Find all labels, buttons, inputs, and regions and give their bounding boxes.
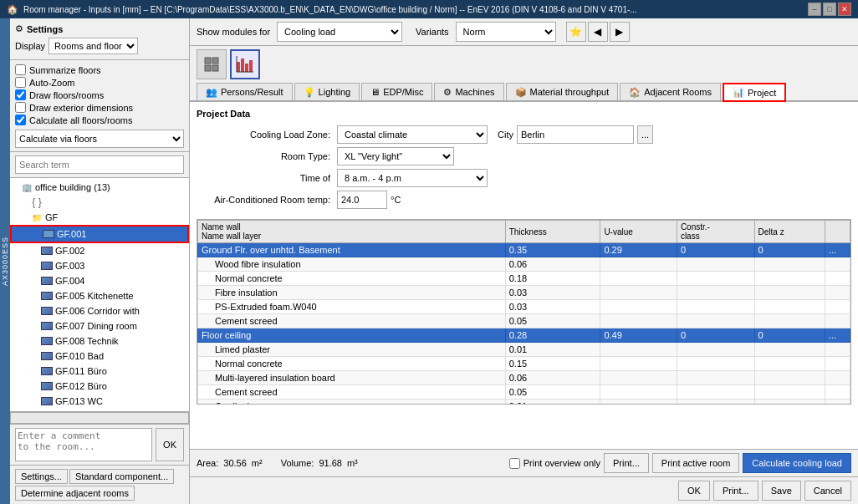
tab-material[interactable]: 📦 Material throughput [506, 83, 619, 100]
panel-title: Project Data [197, 109, 851, 119]
table-row[interactable]: Cement screed 0.05 [198, 385, 850, 400]
tree-gf-folder[interactable]: 📁 GF [10, 210, 189, 225]
table-row[interactable]: Normal concrete 0.18 [198, 272, 850, 286]
table-row[interactable]: Cement screed 0.05 [198, 314, 850, 328]
cell-action[interactable] [825, 385, 850, 400]
table-row[interactable]: Cardinoleum 0.01 [198, 400, 850, 405]
table-row[interactable]: Normal concrete 0.15 [198, 357, 850, 371]
print-overview-checkbox[interactable] [509, 458, 520, 469]
module-dropdown[interactable]: Cooling load Heating load Ventilation [277, 22, 402, 42]
cell-class [677, 400, 754, 405]
tree-gf004[interactable]: GF.004 [10, 273, 189, 288]
restore-button[interactable]: □ [823, 3, 836, 16]
cell-action[interactable] [825, 371, 850, 385]
cell-action[interactable] [825, 286, 850, 300]
tree-gf007[interactable]: GF.007 Dining room [10, 318, 189, 333]
time-dropdown[interactable]: 8 a.m. - 4 p.m 8 a.m. - 6 p.m 9 a.m. - 5… [337, 169, 488, 187]
cell-action[interactable] [825, 400, 850, 405]
variants-dropdown[interactable]: Norm Custom [456, 22, 556, 42]
cell-action[interactable] [825, 314, 850, 328]
settings-button[interactable]: Settings... [15, 469, 68, 484]
tab-edp[interactable]: 🖥 EDP/Misc [361, 83, 432, 100]
tree-bracket[interactable]: { } [10, 195, 189, 210]
title-bar-controls[interactable]: – □ ✕ [808, 3, 851, 16]
tree-gf011[interactable]: GF.011 Büro [10, 364, 189, 379]
table-row[interactable]: Fibre insulation 0.03 [198, 286, 850, 300]
back-button[interactable]: ◀ [588, 22, 608, 42]
forward-button[interactable]: ▶ [610, 22, 630, 42]
tree-area[interactable]: 🏢 office building (13) { } 📁 GF GF.001 G… [10, 178, 189, 412]
display-dropdown[interactable]: Rooms and floor All rooms Floor only [49, 38, 138, 54]
tree-gf008[interactable]: GF.008 Technik [10, 333, 189, 349]
grid-module-icon[interactable] [197, 49, 227, 79]
cell-name: Floor ceiling [198, 328, 506, 343]
tree-gf003[interactable]: GF.003 [10, 258, 189, 273]
aircon-temp-input[interactable] [337, 191, 387, 209]
print-button-2[interactable]: Print... [713, 481, 758, 501]
sidebar-options: Summarize floors Auto-Zoom Draw floors/r… [10, 60, 189, 152]
table-scroll[interactable]: Name wallName wall layer Thickness U-val… [197, 220, 850, 404]
cell-action[interactable] [825, 300, 850, 314]
tab-project[interactable]: 📊 Project [723, 83, 786, 102]
chart-module-icon[interactable] [230, 49, 260, 79]
checkbox-autozoom: Auto-Zoom [15, 76, 184, 89]
tab-lighting[interactable]: 💡 Lighting [294, 83, 360, 100]
calculate-cooling-load-button[interactable]: Calculate cooling load [743, 453, 851, 473]
tree-gf006[interactable]: GF.006 Corridor with [10, 303, 189, 318]
cell-thickness: 0.05 [505, 314, 600, 328]
cancel-button[interactable]: Cancel [804, 481, 851, 501]
app-icon: 🏠 [7, 4, 18, 15]
tree-gf002[interactable]: GF.002 [10, 243, 189, 258]
table-row[interactable]: Limed plaster 0.01 [198, 343, 850, 357]
calc-dropdown[interactable]: Calculate via floors [15, 130, 184, 148]
table-row[interactable]: Floor ceiling 0.28 0.49 0 0 ... [198, 328, 850, 343]
time-control: 8 a.m. - 4 p.m 8 a.m. - 6 p.m 9 a.m. - 5… [337, 169, 851, 187]
minimize-button[interactable]: – [808, 3, 821, 16]
cell-action[interactable] [825, 357, 850, 371]
tab-adjacent[interactable]: 🏠 Adjacent Rooms [620, 83, 721, 100]
tree-gf012[interactable]: GF.012 Büro [10, 379, 189, 394]
tree-gf001[interactable]: GF.001 [10, 225, 189, 243]
standard-component-button[interactable]: Standard component... [69, 469, 174, 484]
close-button[interactable]: ✕ [838, 3, 851, 16]
cell-uvalue: 0.49 [600, 328, 677, 343]
tree-gf005[interactable]: GF.005 Kitchenette [10, 288, 189, 303]
h-scrollbar[interactable] [10, 412, 189, 424]
cell-action[interactable] [825, 343, 850, 357]
tree-gf013[interactable]: GF.013 WC [10, 394, 189, 409]
adjacent-rooms-button[interactable]: Determine adjacent rooms [15, 486, 135, 501]
comment-textarea[interactable] [15, 428, 152, 461]
city-browse-button[interactable]: ... [637, 125, 653, 144]
summarize-checkbox[interactable] [15, 64, 26, 75]
city-input[interactable] [517, 125, 634, 144]
cell-name: Limed plaster [198, 343, 506, 357]
table-row[interactable]: Ground Flr. over unhtd. Basement 0.35 0.… [198, 243, 850, 257]
ok-button[interactable]: OK [678, 481, 710, 501]
bottom-right-1: Print overview only Print... Print activ… [509, 453, 851, 473]
tab-machines[interactable]: ⚙ Machines [434, 83, 503, 100]
table-row[interactable]: Multi-layered insulation board 0.06 [198, 371, 850, 385]
star-button[interactable]: ⭐ [566, 22, 586, 42]
calcall-checkbox[interactable] [15, 115, 26, 125]
cell-action[interactable] [825, 272, 850, 286]
save-button[interactable]: Save [762, 481, 801, 501]
tree-gf010[interactable]: GF.010 Bad [10, 349, 189, 364]
print-button-1[interactable]: Print... [604, 453, 649, 473]
room-icon-gf001 [42, 227, 55, 241]
cooling-zone-dropdown[interactable]: Coastal climate Continental climate Alpi… [337, 125, 488, 144]
tree-building[interactable]: 🏢 office building (13) [10, 180, 189, 195]
cell-action[interactable]: ... [825, 243, 850, 257]
drawfloors-checkbox[interactable] [15, 89, 26, 100]
autozoom-checkbox[interactable] [15, 77, 26, 88]
table-row[interactable]: PS-Extruded foam.W040 0.03 [198, 300, 850, 314]
cell-action[interactable] [825, 257, 850, 272]
print-active-room-button[interactable]: Print active room [652, 453, 740, 473]
room-type-dropdown[interactable]: XL "Very light" L Light M Medium H Heavy [337, 147, 454, 165]
cell-action[interactable]: ... [825, 328, 850, 343]
tab-persons-result[interactable]: 👥 Persons/Result [197, 83, 293, 100]
search-input[interactable] [15, 155, 184, 174]
extdims-checkbox[interactable] [15, 102, 26, 113]
table-row[interactable]: Wood fibre insulation 0.06 [198, 257, 850, 272]
cell-delta: 0 [754, 243, 825, 257]
comment-ok-button[interactable]: OK [156, 428, 184, 461]
